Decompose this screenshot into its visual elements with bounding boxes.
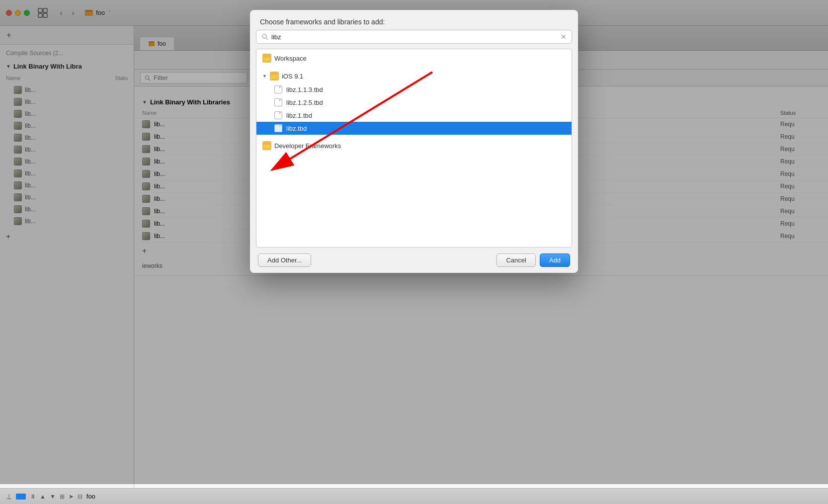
scheme-indicator bbox=[16, 494, 26, 500]
search-input-wrap[interactable]: ✕ bbox=[256, 30, 572, 44]
file-name: libz.1.1.3.tbd bbox=[286, 86, 323, 93]
frameworks-modal: Choose frameworks and libraries to add: … bbox=[250, 10, 578, 273]
modal-action-buttons: Cancel Add bbox=[497, 253, 570, 267]
svg-rect-21 bbox=[263, 144, 266, 145]
svg-rect-18 bbox=[271, 74, 273, 75]
file-name: libz.1.2.5.tbd bbox=[286, 99, 323, 106]
svg-rect-17 bbox=[271, 75, 278, 79]
dev-frameworks-folder-icon bbox=[262, 141, 271, 150]
workspace-header[interactable]: Workspace bbox=[256, 51, 572, 65]
search-clear-button[interactable]: ✕ bbox=[561, 33, 567, 41]
column-icon[interactable]: ⊞ bbox=[60, 493, 65, 500]
modal-footer: Add Other... Cancel Add bbox=[250, 248, 578, 273]
add-button[interactable]: Add bbox=[540, 253, 570, 267]
ios91-header[interactable]: ▼ iOS 9.1 bbox=[256, 69, 572, 83]
file-icon bbox=[274, 98, 282, 106]
svg-point-11 bbox=[262, 34, 266, 38]
down-icon[interactable]: ▼ bbox=[50, 493, 56, 500]
up-icon[interactable]: ▲ bbox=[40, 493, 46, 500]
pause-icon[interactable]: ⏸ bbox=[30, 493, 36, 500]
status-bar-left-icon: ⊥ bbox=[6, 493, 12, 501]
ios91-folder-icon bbox=[270, 72, 279, 81]
modal-title: Choose frameworks and libraries to add: bbox=[250, 10, 578, 30]
workspace-label: Workspace bbox=[274, 55, 307, 62]
search-input[interactable] bbox=[271, 33, 558, 41]
list-item-libz1[interactable]: libz.1.tbd bbox=[256, 109, 572, 122]
workspace-folder-icon bbox=[262, 54, 271, 63]
list-item-libz[interactable]: libz.tbd bbox=[256, 122, 572, 135]
ios91-label: iOS 9.1 bbox=[282, 73, 303, 80]
cancel-button[interactable]: Cancel bbox=[497, 253, 535, 267]
status-bar: ⊥ ⏸ ▲ ▼ ⊞ ➤ ⊟ foo bbox=[0, 488, 828, 504]
svg-rect-15 bbox=[263, 56, 266, 57]
svg-rect-14 bbox=[263, 57, 270, 61]
svg-line-12 bbox=[266, 38, 268, 40]
list-item-libz125[interactable]: libz.1.2.5.tbd bbox=[256, 96, 572, 109]
dev-frameworks-label: Developer Frameworks bbox=[274, 142, 341, 150]
dev-frameworks-group: Developer Frameworks bbox=[256, 137, 572, 155]
modal-list: Workspace ▼ iOS 9.1 bbox=[256, 49, 572, 248]
list-item-libz113[interactable]: libz.1.1.3.tbd bbox=[256, 83, 572, 96]
status-project-label: foo bbox=[86, 493, 95, 500]
svg-rect-20 bbox=[263, 145, 270, 149]
ios91-triangle: ▼ bbox=[262, 74, 267, 79]
arrow-icon[interactable]: ➤ bbox=[69, 493, 74, 500]
file-icon bbox=[274, 85, 282, 93]
file-icon-selected bbox=[274, 124, 282, 132]
modal-overlay: Choose frameworks and libraries to add: … bbox=[0, 0, 828, 484]
ios91-group: ▼ iOS 9.1 libz.1.1.3.tbd bbox=[256, 67, 572, 137]
modal-search-area: ✕ bbox=[250, 30, 578, 49]
dev-frameworks-header[interactable]: Developer Frameworks bbox=[256, 139, 572, 153]
file-icon bbox=[274, 111, 282, 119]
file-name: libz.1.tbd bbox=[286, 112, 312, 119]
workspace-group: Workspace bbox=[256, 49, 572, 67]
search-icon bbox=[261, 33, 268, 40]
grid2-icon[interactable]: ⊟ bbox=[78, 493, 83, 500]
add-other-button[interactable]: Add Other... bbox=[258, 253, 311, 267]
file-name-selected: libz.tbd bbox=[286, 125, 307, 132]
